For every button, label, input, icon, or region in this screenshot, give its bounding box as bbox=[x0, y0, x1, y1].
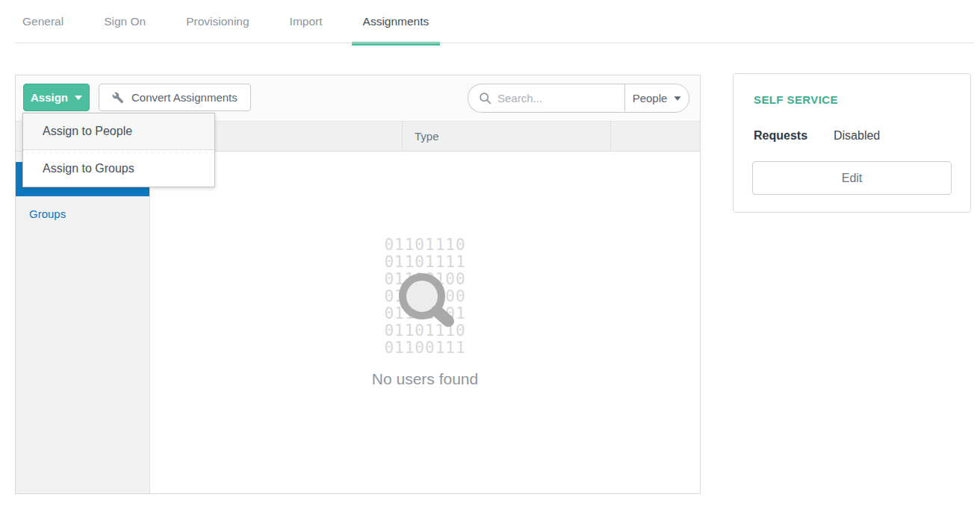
convert-assignments-button[interactable]: Convert Assignments bbox=[99, 84, 251, 111]
self-service-panel: SELF SERVICE Requests Disabled Edit bbox=[733, 73, 971, 213]
requests-row: Requests Disabled bbox=[754, 129, 955, 143]
menu-item-assign-to-groups[interactable]: Assign to Groups bbox=[23, 150, 214, 187]
chevron-down-icon bbox=[75, 96, 82, 100]
binary-line: 01100111 bbox=[150, 340, 700, 357]
tab-general[interactable]: General bbox=[22, 10, 63, 46]
search-scope-label: People bbox=[633, 92, 668, 104]
assign-button[interactable]: Assign bbox=[23, 84, 90, 111]
assignments-empty-state: 01101110 01101111 01110100 01101000 0110… bbox=[150, 152, 700, 493]
empty-state-message: No users found bbox=[150, 370, 700, 388]
search-scope-dropdown[interactable]: People bbox=[624, 84, 689, 113]
tab-assignments[interactable]: Assignments bbox=[363, 10, 429, 46]
chevron-down-icon bbox=[674, 96, 681, 100]
menu-item-assign-to-people[interactable]: Assign to People bbox=[23, 113, 214, 150]
tab-sign-on[interactable]: Sign On bbox=[104, 10, 146, 46]
tab-import[interactable]: Import bbox=[290, 10, 323, 46]
binary-line: 01101110 bbox=[150, 237, 700, 254]
assign-button-label: Assign bbox=[31, 91, 68, 104]
assign-dropdown-menu: Assign to People Assign to Groups bbox=[22, 113, 215, 187]
search-icon bbox=[479, 92, 491, 104]
app-assignments-page: General Sign On Provisioning Import Assi… bbox=[0, 0, 980, 512]
magnifier-icon bbox=[391, 265, 458, 332]
wrench-icon bbox=[112, 92, 124, 104]
column-header-actions bbox=[611, 122, 700, 151]
tab-bar-divider bbox=[15, 43, 974, 43]
sidebar-item-groups[interactable]: Groups bbox=[16, 196, 149, 231]
requests-label: Requests bbox=[754, 129, 834, 143]
search-group: People bbox=[468, 84, 689, 113]
convert-assignments-label: Convert Assignments bbox=[131, 91, 238, 104]
column-header-type[interactable]: Type bbox=[402, 122, 611, 151]
search-input[interactable] bbox=[497, 92, 610, 104]
tab-provisioning[interactable]: Provisioning bbox=[186, 10, 249, 46]
tab-bar: General Sign On Provisioning Import Assi… bbox=[22, 10, 469, 46]
assignments-body: Groups 01101110 01101111 01110100 011010… bbox=[16, 152, 700, 493]
requests-value: Disabled bbox=[834, 129, 880, 143]
edit-button[interactable]: Edit bbox=[752, 161, 952, 195]
self-service-title: SELF SERVICE bbox=[754, 93, 838, 106]
assignments-side-nav: Groups bbox=[16, 152, 150, 493]
search-box bbox=[468, 84, 624, 113]
